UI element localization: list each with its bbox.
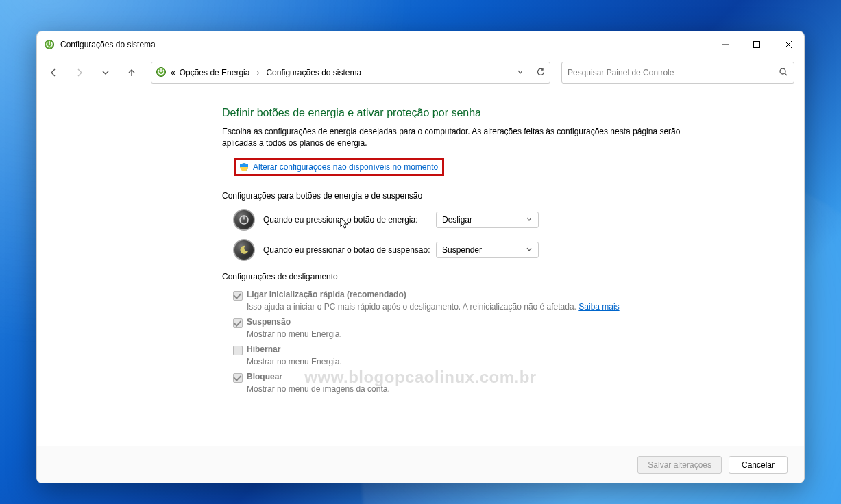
- fast-startup-row: Ligar inicialização rápida (recomendado): [233, 290, 777, 301]
- fast-startup-checkbox: [233, 291, 243, 301]
- breadcrumb-item[interactable]: Opções de Energia: [180, 68, 250, 77]
- recent-locations-button[interactable]: [95, 63, 117, 82]
- window-controls: [709, 32, 804, 58]
- page-heading: Definir botões de energia e ativar prote…: [222, 107, 777, 119]
- hibernate-row: Hibernar: [233, 344, 777, 355]
- refresh-button[interactable]: [536, 67, 546, 79]
- shutdown-section-label: Configurações de desligamento: [222, 272, 777, 281]
- cancel-button[interactable]: Cancelar: [729, 456, 788, 474]
- lock-label: Bloquear: [247, 372, 282, 381]
- window-title: Configurações do sistema: [60, 40, 156, 49]
- chevron-down-icon: [526, 215, 533, 225]
- svg-rect-1: [49, 41, 50, 45]
- search-input[interactable]: [568, 68, 779, 77]
- maximize-button[interactable]: [741, 32, 772, 58]
- search-box[interactable]: [561, 62, 794, 84]
- sleep-button-dropdown[interactable]: Suspender: [436, 242, 539, 258]
- titlebar: Configurações do sistema: [37, 32, 804, 58]
- search-icon: [779, 67, 788, 79]
- moon-icon: [233, 239, 255, 261]
- save-button[interactable]: Salvar alterações: [637, 456, 722, 474]
- suspend-label: Suspensão: [247, 317, 291, 327]
- sleep-button-label: Quando eu pressionar o botão de suspensã…: [263, 245, 436, 255]
- minimize-button[interactable]: [709, 32, 741, 58]
- svg-point-8: [780, 68, 785, 74]
- back-button[interactable]: [42, 63, 64, 82]
- breadcrumb-item[interactable]: Configurações do sistema: [266, 68, 361, 77]
- forward-button[interactable]: [69, 63, 90, 82]
- svg-rect-7: [160, 68, 162, 72]
- close-button[interactable]: [772, 32, 804, 58]
- fast-startup-label: Ligar inicialização rápida (recomendado): [247, 290, 406, 299]
- svg-line-9: [785, 73, 787, 75]
- lock-desc: Mostrar no menu de imagens da conta.: [247, 384, 777, 394]
- hibernate-label: Hibernar: [247, 344, 280, 354]
- power-button-label: Quando eu pressionar o botão de energia:: [263, 215, 436, 225]
- lock-row: Bloquear: [233, 372, 777, 383]
- svg-rect-11: [243, 216, 244, 219]
- chevron-down-icon: [526, 245, 533, 255]
- hibernate-desc: Mostrar no menu Energia.: [247, 357, 777, 366]
- hibernate-checkbox: [233, 346, 243, 355]
- change-unavailable-settings-link[interactable]: Alterar configurações não disponíveis no…: [253, 162, 438, 172]
- dropdown-value: Suspender: [442, 245, 482, 255]
- uac-link-highlight: Alterar configurações não disponíveis no…: [234, 158, 444, 176]
- dropdown-value: Desligar: [442, 215, 472, 225]
- sleep-button-row: Quando eu pressionar o botão de suspensã…: [233, 239, 777, 261]
- power-options-icon: [44, 39, 55, 50]
- chevron-right-icon: ›: [254, 68, 262, 77]
- lock-checkbox: [233, 373, 243, 383]
- buttons-section-label: Configurações para botões de energia e d…: [222, 191, 777, 201]
- uac-shield-icon: [239, 162, 249, 172]
- learn-more-link[interactable]: Saiba mais: [578, 302, 619, 312]
- address-bar[interactable]: « Opções de Energia › Configurações do s…: [151, 62, 550, 84]
- svg-rect-3: [754, 42, 760, 48]
- suspend-row: Suspensão: [233, 317, 777, 328]
- suspend-checkbox: [233, 318, 243, 328]
- content-area: Definir botões de energia e ativar prote…: [37, 88, 804, 446]
- power-button-dropdown[interactable]: Desligar: [436, 212, 539, 228]
- fast-startup-desc: Isso ajuda a iniciar o PC mais rápido ap…: [247, 302, 777, 312]
- page-description: Escolha as configurações de energia dese…: [222, 126, 688, 150]
- navigation-bar: « Opções de Energia › Configurações do s…: [37, 58, 804, 88]
- address-dropdown-button[interactable]: [517, 68, 524, 77]
- power-icon: [233, 209, 255, 231]
- power-options-icon: [156, 66, 167, 79]
- up-button[interactable]: [121, 63, 143, 82]
- power-button-row: Quando eu pressionar o botão de energia:…: [233, 209, 777, 231]
- control-panel-window: Configurações do sistema: [36, 31, 805, 483]
- suspend-desc: Mostrar no menu Energia.: [247, 329, 777, 339]
- breadcrumb-prefix: «: [171, 68, 175, 77]
- footer: Salvar alterações Cancelar: [37, 446, 804, 483]
